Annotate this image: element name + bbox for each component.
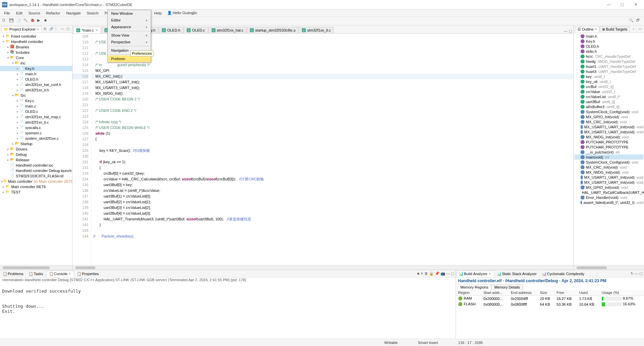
mem-tab-memory-details[interactable]: Memory Details xyxy=(491,284,523,290)
editor-hscroll[interactable] xyxy=(73,265,573,270)
outline-item[interactable]: hiwdg : IWDG_HandleTypeDef xyxy=(574,59,643,64)
outline-list[interactable]: main.hKey.hOLED.hstdio.hhcrc : CRC_Handl… xyxy=(574,33,644,265)
tree-node[interactable]: ▸📄OLED.h xyxy=(0,77,72,82)
tab-cyclomatic-complexity[interactable]: 📊Cyclomatic Complexity xyxy=(539,271,587,276)
outline-item[interactable]: main.h xyxy=(574,34,643,39)
menu-item-new-window[interactable]: New Window xyxy=(108,10,151,17)
sort-icon[interactable]: ↕ xyxy=(633,27,637,32)
tree-node[interactable]: ▸📄Key.c xyxy=(0,98,72,103)
minimize-icon[interactable]: — xyxy=(564,29,567,33)
outline-item[interactable]: OLED.h xyxy=(574,44,643,49)
editor-tab[interactable]: cstm32f1xx_hal.c xyxy=(209,27,246,33)
outline-item[interactable]: MX_IWDG_Init(void) : void xyxy=(574,134,643,139)
maximize-icon[interactable]: ▢ xyxy=(569,29,572,33)
project-tree[interactable]: ▾📁Fixed controller▾📁Handheld controller▸… xyxy=(0,33,72,265)
tree-node[interactable]: ▾📂Src xyxy=(0,93,72,98)
user-greeting[interactable]: Hello Guangjin xyxy=(167,11,197,15)
menu-help[interactable]: Help xyxy=(151,10,165,16)
outline-item[interactable]: SystemClock_Config(void) : void xyxy=(574,109,643,114)
outline-item[interactable]: PUTCHAR_PROTOTYPE xyxy=(574,144,643,149)
save-icon[interactable]: 💾 xyxy=(9,18,15,24)
run-icon[interactable]: ▶ xyxy=(37,18,43,24)
tree-node[interactable]: ▾📂Inc xyxy=(0,60,72,66)
menu-source[interactable]: Source xyxy=(26,10,43,16)
close-icon[interactable]: ✕ xyxy=(595,28,597,31)
build-icon[interactable]: 🔨 xyxy=(23,18,29,24)
tab-problems[interactable]: 📋Problems xyxy=(0,271,26,276)
menu-item-appearance[interactable]: Appearance▸ xyxy=(108,24,151,30)
outline-item[interactable]: __io_putchar(int) : int xyxy=(574,149,643,155)
outline-item[interactable]: PUTCHAR_PROTOTYPE xyxy=(574,139,643,144)
close-button[interactable]: ✕ xyxy=(632,2,639,7)
terminate-icon[interactable]: ■ xyxy=(417,271,419,276)
tree-node[interactable]: ▸📁Main controller(in Main controller ZET… xyxy=(0,179,72,184)
outline-hscroll[interactable] xyxy=(574,265,644,270)
new-icon[interactable]: 🗋 xyxy=(2,18,8,24)
menu-navigate[interactable]: Navigate xyxy=(63,10,83,16)
editor-tab[interactable]: cstm32f1xx_it.c xyxy=(299,27,334,33)
editor-tab[interactable]: cstartup_stm32f103c8tx.s xyxy=(247,27,298,33)
tree-node[interactable]: ▾📁Handheld controller xyxy=(0,39,72,44)
maximize-icon[interactable]: ▢ xyxy=(451,271,454,276)
pin-icon[interactable]: 📌 xyxy=(435,271,440,276)
minimize-icon[interactable]: — xyxy=(61,27,65,32)
tree-node[interactable]: ▸📄stm32f1xx_hal_msp.c xyxy=(0,114,72,120)
outline-tab[interactable]: ☰ Outline ✕ xyxy=(575,26,600,32)
save-all-icon[interactable]: 📑 xyxy=(16,18,22,24)
tree-node[interactable]: ▸📄Key.h xyxy=(0,66,72,71)
minimize-icon[interactable]: — xyxy=(635,271,638,276)
filter-icon[interactable]: ⫶ xyxy=(55,27,60,32)
tree-node[interactable]: ▸📄stm32f1xx_hal_conf.h xyxy=(0,82,72,87)
outline-item[interactable]: MX_GPIO_Init(void) : void xyxy=(574,114,643,119)
tree-node[interactable]: ▸📄syscalls.c xyxy=(0,125,72,130)
menu-edit[interactable]: Edit xyxy=(13,10,25,16)
tree-node[interactable]: ▸🧱Binaries xyxy=(0,44,72,50)
menu-item-preferen[interactable]: Preferen xyxy=(108,55,151,62)
outline-item[interactable]: aRxBuffer3 : uint8_t[] xyxy=(574,104,643,109)
clear-icon[interactable]: 🗑 xyxy=(424,271,428,276)
refresh-icon[interactable]: ↻ xyxy=(631,271,634,276)
outline-item[interactable]: assert_failed(uint8_t*, uint32_t) : void xyxy=(574,200,643,205)
menu-file[interactable]: File xyxy=(1,10,13,16)
outline-item[interactable]: MX_USART1_UART_Init(void) : void xyxy=(574,124,643,129)
tree-node[interactable]: ▸📄sysmem.c xyxy=(0,130,72,136)
tree-node[interactable]: ▸📄stm32f1xx_it.h xyxy=(0,87,72,93)
debug-icon[interactable]: 🐞 xyxy=(30,18,36,24)
outline-item[interactable]: HAL_UART_RxCpltCallback(UART_Han xyxy=(574,190,643,195)
outline-item[interactable]: MX_IWDG_Init(void) : void xyxy=(574,170,643,175)
outline-item[interactable]: MX_CRC_Init(void) : void xyxy=(574,119,643,124)
tree-node[interactable]: 📄Handheld controller Debug.launch xyxy=(0,168,72,173)
outline-item[interactable]: Key.h xyxy=(574,39,643,44)
outline-item[interactable]: key_ok : uint8_t xyxy=(574,79,643,84)
project-explorer-tab[interactable]: 📁 Project Explorer ✕ xyxy=(1,26,42,32)
editor-tab[interactable]: cOLED.h xyxy=(159,27,183,33)
tab-console[interactable]: 📋Console ✕ xyxy=(46,271,74,277)
tree-node[interactable]: ▾📁Fixed controller xyxy=(0,34,72,39)
maximize-icon[interactable]: ▢ xyxy=(66,27,71,32)
tree-node[interactable]: ▸📂Startup xyxy=(0,141,72,146)
stop-icon[interactable]: ■ xyxy=(44,18,50,24)
scroll-lock-icon[interactable]: 🔒 xyxy=(429,271,434,276)
minimize-icon[interactable]: — xyxy=(446,271,450,276)
minimize-icon[interactable]: — xyxy=(638,27,643,32)
menu-item-editor[interactable]: Editor▸ xyxy=(108,17,151,24)
outline-item[interactable]: MX_CRC_Init(void) : void xyxy=(574,165,643,170)
outline-item[interactable]: crcValueList : uint8_t* xyxy=(574,94,643,99)
tree-node[interactable]: ▸📄stm32f1xx_it.c xyxy=(0,120,72,125)
mem-tab-memory-regions[interactable]: Memory Regions xyxy=(457,284,491,290)
menu-item-perspective[interactable]: Perspective▸ xyxy=(108,39,151,45)
outline-item[interactable]: MX_GPIO_Init(void) : void xyxy=(574,185,643,190)
outline-item[interactable]: MX_USART3_UART_Init(void) : void xyxy=(574,129,643,134)
search-icon[interactable]: 🔍 xyxy=(629,18,635,24)
table-row[interactable]: 🟢 RAM0x200000...0x20004fff20 KB18.27 KB1… xyxy=(456,296,644,302)
collapse-all-icon[interactable]: ⊟ xyxy=(44,27,48,32)
code-editor[interactable]: 1091101111121131141151161171181191201211… xyxy=(73,34,573,265)
outline-item[interactable]: huart3 : UART_HandleTypeDef xyxy=(574,69,643,74)
build-targets-tab[interactable]: ⊕ Build Targets xyxy=(600,26,630,32)
tree-node[interactable]: 📄Handheld controller.ioc xyxy=(0,163,72,168)
outline-item[interactable]: crcBuf : uint32_t[] xyxy=(574,84,643,89)
tree-node[interactable]: ▾📂Core xyxy=(0,55,72,60)
perspective-icon[interactable]: 🗗 xyxy=(636,18,642,24)
tab-tasks[interactable]: 📋Tasks xyxy=(26,271,46,276)
tree-node[interactable]: ▸📂Release xyxy=(0,157,72,163)
